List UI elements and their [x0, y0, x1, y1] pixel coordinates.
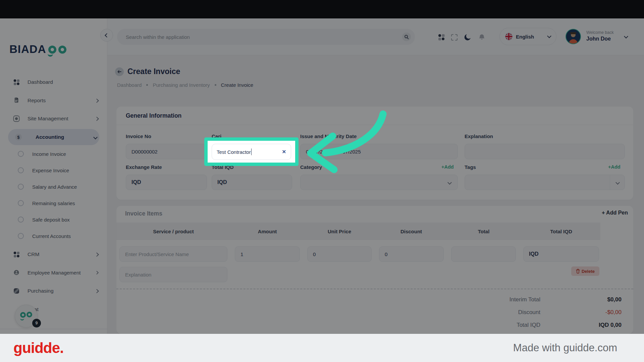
contractor-input[interactable]: Test Contractor ✕ — [212, 144, 291, 160]
guidde-brand-logo: guidde. — [13, 340, 63, 356]
text-cursor — [251, 148, 252, 155]
clear-icon[interactable]: ✕ — [282, 149, 286, 155]
screen: BIADA Dashboard Reports Site — [0, 0, 644, 362]
guidde-footer: guidde. Made with guidde.com — [0, 334, 644, 362]
made-with-text: Made with guidde.com — [513, 342, 617, 354]
contractor-input-value: Test Contractor — [217, 149, 251, 155]
dim-overlay — [0, 0, 644, 334]
